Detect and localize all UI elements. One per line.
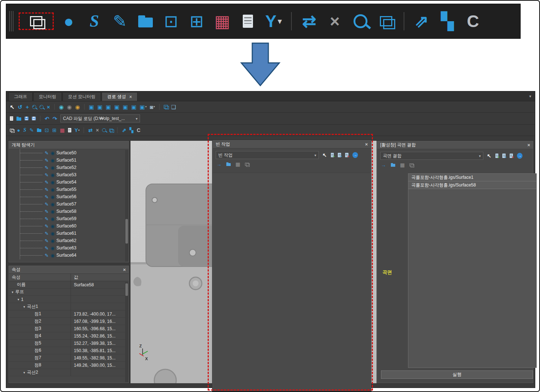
zoom-fit-icon[interactable]: × <box>47 104 50 110</box>
export-icon[interactable]: ⇗ <box>411 13 433 30</box>
fit-frame-icon[interactable]: ⊞ <box>52 128 57 133</box>
folder-open-icon[interactable] <box>16 116 21 120</box>
redo-icon[interactable]: ↷ <box>53 116 57 121</box>
tree-item[interactable]: ✎◉Surface59 <box>9 215 129 222</box>
camera-drop-icon[interactable]: ◙▾ <box>150 104 155 110</box>
property-row[interactable]: 점8149.26, -380.00, 15... <box>9 362 129 369</box>
eye-tree-icon[interactable]: ◉ <box>50 216 54 221</box>
fit-frame-icon[interactable]: ⊞ <box>186 13 207 30</box>
tab[interactable]: 모션 모니터링 <box>63 92 101 101</box>
object-explorer-titlebar[interactable]: 개체 탐색기 <box>9 141 129 149</box>
view-box-icon[interactable]: ▣ <box>123 104 128 110</box>
knife-icon[interactable]: ✎ <box>30 128 34 133</box>
doc-copy-icon[interactable]: + <box>502 154 506 158</box>
tab-overflow-caret-icon[interactable]: ▾ <box>529 94 531 99</box>
eye-tree-icon[interactable]: ◉ <box>50 180 54 185</box>
eye-tree-icon[interactable]: ◉ <box>50 209 54 214</box>
go-circle-icon[interactable]: → <box>517 153 522 158</box>
win2-icon[interactable]: ❑ <box>171 104 176 110</box>
close-icon[interactable]: × <box>365 142 368 147</box>
tree-item[interactable]: ✎◉Surface64 <box>9 252 129 259</box>
property-row[interactable]: ▾곡선2 <box>9 369 129 376</box>
expand-caret-icon[interactable]: ▾ <box>18 298 19 301</box>
layers-icon[interactable] <box>375 16 397 26</box>
cursor-icon[interactable]: ↖ <box>487 153 491 158</box>
toolbar-grip[interactable] <box>9 11 14 31</box>
arrow-go-icon[interactable]: → <box>216 162 222 167</box>
undo-icon[interactable]: ↶ <box>45 116 49 121</box>
doc-add-icon[interactable]: + <box>331 153 334 157</box>
curve-c-icon[interactable]: C <box>462 13 484 30</box>
expand-caret-icon[interactable]: ▾ <box>23 305 25 309</box>
empty-job-content[interactable] <box>213 173 371 392</box>
eye-tree-icon[interactable]: ◉ <box>50 231 54 236</box>
tree-item[interactable]: ✎◉Surface51 <box>9 157 129 164</box>
property-row[interactable]: 점2167.08, -399.19, 16... <box>9 318 129 325</box>
property-row[interactable]: 이름Surface58 <box>9 281 129 289</box>
eye-tree-icon[interactable]: ◉ <box>50 187 54 192</box>
save-all-icon[interactable] <box>32 117 36 121</box>
expand-caret-icon[interactable]: ▾ <box>12 290 14 294</box>
eye-ref-icon[interactable]: ◉ <box>75 104 80 110</box>
mag-minus-icon[interactable]: − <box>39 105 44 109</box>
tree-item[interactable]: ✎◉Surface62 <box>9 237 129 244</box>
rotate-icon[interactable]: ↺ <box>18 104 23 110</box>
job-combobox[interactable]: 빈 작업 ▾ <box>216 151 319 159</box>
path-split-icon[interactable]: Y▾ <box>263 13 284 30</box>
export-icon[interactable]: ⇗ <box>122 128 126 133</box>
view-box-icon[interactable]: ▣ <box>106 104 111 110</box>
merge-combobox[interactable]: 곡면 결합 ▾ <box>380 152 483 160</box>
win1-icon[interactable] <box>164 105 168 108</box>
pan-icon[interactable]: + <box>26 104 29 110</box>
eye-tree-icon[interactable]: ◉ <box>50 224 54 229</box>
tree-item[interactable]: ✎◉Surface53 <box>9 171 129 178</box>
view-box-icon[interactable]: ▣ <box>131 104 136 110</box>
extract-frame-icon[interactable]: ⊡ <box>45 128 49 133</box>
window-stack-icon[interactable] <box>10 129 14 132</box>
mag-plus-icon[interactable]: + <box>32 105 36 109</box>
folder-icon[interactable] <box>37 128 41 132</box>
grid-dim-icon[interactable]: ▦ <box>400 162 405 167</box>
layers-icon[interactable] <box>109 129 113 132</box>
explorer-scrollbar[interactable] <box>125 150 128 261</box>
property-row[interactable]: 점7149.55, -382.98, 15... <box>9 354 129 362</box>
eye-tree-icon[interactable]: ◉ <box>50 202 54 207</box>
folder-icon[interactable] <box>135 15 156 27</box>
curve-c-icon[interactable]: C <box>137 128 140 133</box>
properties-titlebar[interactable]: 속성 × <box>9 266 129 274</box>
view-box-drop-icon[interactable]: ▣▾ <box>140 104 147 110</box>
property-row[interactable]: ▾1 <box>9 296 129 303</box>
arrow-go-icon[interactable]: → <box>381 162 386 167</box>
eye-tree-icon[interactable]: ◉ <box>50 238 54 243</box>
close-icon[interactable]: × <box>123 267 126 272</box>
eye-tree-icon[interactable]: ◉ <box>50 246 54 250</box>
properties-scrollbar[interactable] <box>125 282 128 382</box>
tree-item[interactable]: ✎◉Surface58 <box>9 208 129 215</box>
go-circle-icon[interactable]: → <box>352 152 358 158</box>
tree-item[interactable]: ✎◉Surface63 <box>9 244 129 252</box>
dot-icon[interactable]: ● <box>58 13 79 30</box>
view-box-icon[interactable]: ▣ <box>114 104 120 110</box>
expand-caret-icon[interactable]: ▾ <box>23 371 25 374</box>
dot-icon[interactable]: ● <box>17 128 20 133</box>
tab[interactable]: 그래프 <box>8 92 33 101</box>
window-dim-icon[interactable] <box>409 163 413 167</box>
grid-dim-icon[interactable]: ▦ <box>235 162 240 167</box>
surface-merge-titlebar[interactable]: [활성창] 곡면 결합 × <box>377 141 533 149</box>
properties-scrollbar-thumb[interactable] <box>125 283 128 296</box>
tree-item[interactable]: ✎◉Surface60 <box>9 222 129 230</box>
cursor-icon[interactable]: ↖ <box>10 104 15 110</box>
property-row[interactable]: ▾곡선1 <box>9 303 129 310</box>
cursor-icon[interactable]: ↖ <box>322 152 327 158</box>
tree-item[interactable]: ✎◉Surface57 <box>9 200 129 208</box>
doc-copy-icon[interactable]: + <box>338 153 341 157</box>
property-row[interactable]: 점3160.55, -396.68, 15... <box>9 325 129 332</box>
tab[interactable]: 모니터링 <box>33 92 62 101</box>
eye-tree-icon[interactable]: ◉ <box>50 165 54 170</box>
property-row[interactable]: 점5152.27, -389.38, 15... <box>9 340 129 347</box>
close-icon[interactable]: × <box>527 142 530 148</box>
eye-off-icon[interactable]: ◉ <box>67 104 72 110</box>
eye-icon[interactable]: ◉ <box>59 104 64 110</box>
delete-x-icon[interactable]: × <box>324 13 345 30</box>
document-icon[interactable] <box>68 128 71 132</box>
